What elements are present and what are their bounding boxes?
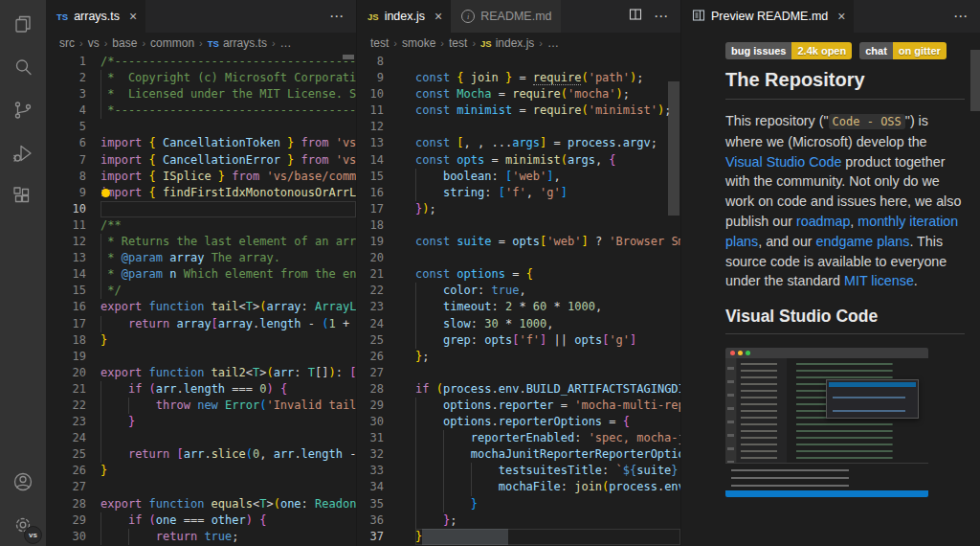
inline-code: Code - OSS (829, 114, 905, 129)
screenshot-statusbar (725, 490, 928, 497)
tabsbar-2: JS index.js × i README.md ⋯ (357, 0, 680, 33)
more-actions-icon[interactable]: ⋯ (329, 8, 345, 25)
readme-heading-repository: The Repository (725, 69, 965, 100)
tab-preview-readme[interactable]: Preview README.md × (681, 0, 854, 33)
close-icon[interactable]: × (129, 10, 137, 23)
screenshot-editor (787, 358, 928, 463)
close-icon[interactable]: × (837, 10, 845, 23)
readme-screenshot-image (725, 348, 928, 497)
settings-gear-icon[interactable]: vs (0, 503, 46, 546)
code-editor-arrays[interactable]: 1234567891011121314151617181920212223242… (46, 54, 356, 546)
tab-label: arrays.ts (74, 10, 120, 23)
readme-link[interactable]: endgame plans (816, 234, 910, 249)
code-editor-index[interactable]: 8910111213141516171819202122232425262728… (357, 54, 680, 546)
shield-badges: bug issues2.4k openchaton gitter (725, 42, 965, 59)
editor-group-index: JS index.js × i README.md ⋯ test›smoke›t… (356, 0, 680, 546)
split-editor-icon[interactable] (629, 8, 642, 25)
vs-badge: vs (24, 526, 42, 544)
screenshot-sidebar (737, 358, 787, 463)
tab-label: index.js (385, 10, 425, 23)
activity-bar: vs (0, 0, 46, 546)
breadcrumb-index[interactable]: test›smoke›test›JSindex.js›… (357, 33, 680, 54)
explorer-icon[interactable] (0, 2, 46, 45)
readme-link[interactable]: Visual Studio Code (725, 154, 841, 170)
shield-badge[interactable]: chaton gitter (859, 42, 947, 59)
readme-preview-content: bug issues2.4k openchaton gitter The Rep… (681, 33, 980, 546)
search-icon[interactable] (0, 45, 46, 88)
e1-scrollbar[interactable] (343, 55, 354, 59)
readme-heading-vscode: Visual Studio Code (725, 307, 965, 334)
screenshot-terminal (725, 463, 928, 490)
readme-link[interactable]: roadmap (796, 214, 850, 229)
e1-gutter: 1234567891011121314151617181920212223242… (46, 54, 100, 546)
run-debug-icon[interactable] (0, 131, 46, 174)
preview-scrollbar[interactable] (970, 50, 980, 111)
vscode-window: vs TS arrays.ts × ⋯ src›vs›base›common›T… (0, 0, 980, 546)
tab-index-js[interactable]: JS index.js × (357, 0, 451, 33)
e2-scrollbar[interactable] (668, 81, 679, 216)
readme-paragraph: This repository ("Code - OSS") is where … (725, 111, 965, 291)
readme-link[interactable]: MIT license (844, 273, 914, 288)
close-icon[interactable]: × (434, 10, 442, 23)
tabsbar-preview: Preview README.md × ⋯ (681, 0, 980, 33)
tab-label: README.md (480, 10, 551, 23)
tabsbar-1: TS arrays.ts × ⋯ (46, 0, 356, 33)
breadcrumb-arrays[interactable]: src›vs›base›common›TSarrays.ts›… (46, 33, 356, 54)
e2-gutter: 8910111213141516171819202122232425262728… (357, 54, 415, 546)
source-control-icon[interactable] (0, 88, 46, 131)
markdown-preview-icon (692, 9, 705, 25)
accounts-icon[interactable] (0, 460, 46, 503)
ts-file-icon: TS (56, 11, 68, 22)
tab-readme-md[interactable]: i README.md (451, 0, 560, 33)
tab-label: Preview README.md (711, 10, 828, 23)
screenshot-suggest-widget (826, 379, 919, 419)
editor-group-arrays: TS arrays.ts × ⋯ src›vs›base›common›TSar… (46, 0, 356, 546)
e2-lines[interactable]: const { join } = require('path');const M… (415, 54, 680, 546)
shield-badge[interactable]: bug issues2.4k open (725, 42, 852, 59)
screenshot-titlebar (725, 348, 928, 358)
screenshot-activitybar (725, 358, 737, 463)
js-file-icon: JS (368, 11, 379, 22)
extensions-icon[interactable] (0, 174, 46, 217)
more-actions-icon[interactable]: ⋯ (654, 8, 669, 25)
more-actions-icon[interactable]: ⋯ (953, 8, 969, 25)
info-icon: i (461, 10, 475, 23)
tab-arrays-ts[interactable]: TS arrays.ts × (46, 0, 145, 33)
e1-lines[interactable]: /*--------------------------------------… (100, 54, 356, 546)
preview-panel: Preview README.md × ⋯ bug issues2.4k ope… (680, 0, 980, 546)
